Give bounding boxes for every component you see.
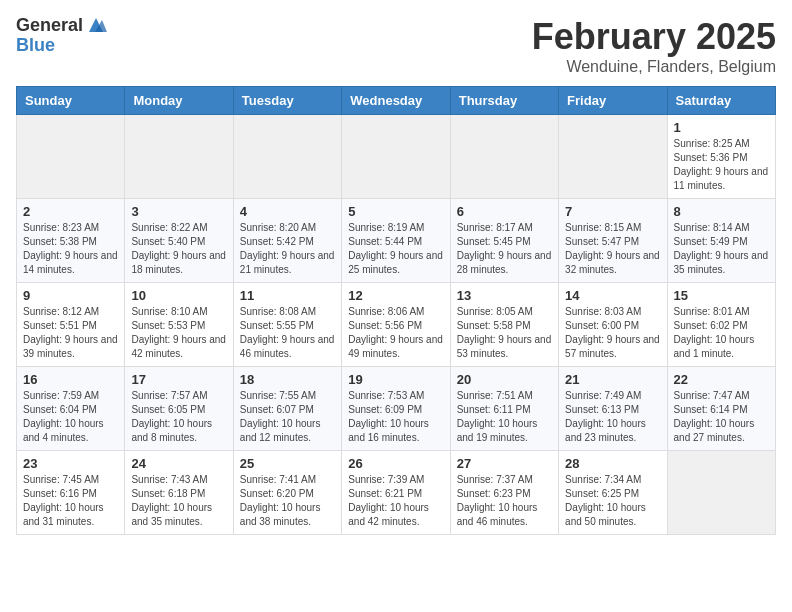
- day-number: 28: [565, 456, 660, 471]
- location-title: Wenduine, Flanders, Belgium: [532, 58, 776, 76]
- calendar-cell: 12Sunrise: 8:06 AM Sunset: 5:56 PM Dayli…: [342, 283, 450, 367]
- day-number: 10: [131, 288, 226, 303]
- calendar-week-1: 1Sunrise: 8:25 AM Sunset: 5:36 PM Daylig…: [17, 115, 776, 199]
- day-info: Sunrise: 8:03 AM Sunset: 6:00 PM Dayligh…: [565, 305, 660, 361]
- day-number: 3: [131, 204, 226, 219]
- calendar-cell: 28Sunrise: 7:34 AM Sunset: 6:25 PM Dayli…: [559, 451, 667, 535]
- day-number: 7: [565, 204, 660, 219]
- calendar-header-friday: Friday: [559, 87, 667, 115]
- calendar-cell: 25Sunrise: 7:41 AM Sunset: 6:20 PM Dayli…: [233, 451, 341, 535]
- logo: General Blue: [16, 16, 107, 56]
- calendar-header-sunday: Sunday: [17, 87, 125, 115]
- calendar-cell: [667, 451, 775, 535]
- calendar-cell: 24Sunrise: 7:43 AM Sunset: 6:18 PM Dayli…: [125, 451, 233, 535]
- calendar-cell: [233, 115, 341, 199]
- day-info: Sunrise: 8:17 AM Sunset: 5:45 PM Dayligh…: [457, 221, 552, 277]
- day-info: Sunrise: 8:22 AM Sunset: 5:40 PM Dayligh…: [131, 221, 226, 277]
- day-number: 2: [23, 204, 118, 219]
- calendar-header-saturday: Saturday: [667, 87, 775, 115]
- day-number: 4: [240, 204, 335, 219]
- logo-blue-text: Blue: [16, 36, 107, 56]
- day-number: 19: [348, 372, 443, 387]
- day-number: 27: [457, 456, 552, 471]
- day-info: Sunrise: 8:06 AM Sunset: 5:56 PM Dayligh…: [348, 305, 443, 361]
- calendar-cell: 18Sunrise: 7:55 AM Sunset: 6:07 PM Dayli…: [233, 367, 341, 451]
- day-number: 6: [457, 204, 552, 219]
- day-info: Sunrise: 7:51 AM Sunset: 6:11 PM Dayligh…: [457, 389, 552, 445]
- calendar-cell: 16Sunrise: 7:59 AM Sunset: 6:04 PM Dayli…: [17, 367, 125, 451]
- calendar-cell: [125, 115, 233, 199]
- calendar-cell: 1Sunrise: 8:25 AM Sunset: 5:36 PM Daylig…: [667, 115, 775, 199]
- day-info: Sunrise: 8:08 AM Sunset: 5:55 PM Dayligh…: [240, 305, 335, 361]
- day-info: Sunrise: 7:45 AM Sunset: 6:16 PM Dayligh…: [23, 473, 118, 529]
- logo-icon: [85, 14, 107, 36]
- day-info: Sunrise: 7:41 AM Sunset: 6:20 PM Dayligh…: [240, 473, 335, 529]
- calendar-week-5: 23Sunrise: 7:45 AM Sunset: 6:16 PM Dayli…: [17, 451, 776, 535]
- day-number: 24: [131, 456, 226, 471]
- day-number: 23: [23, 456, 118, 471]
- calendar-header-wednesday: Wednesday: [342, 87, 450, 115]
- calendar-cell: 20Sunrise: 7:51 AM Sunset: 6:11 PM Dayli…: [450, 367, 558, 451]
- calendar-header-tuesday: Tuesday: [233, 87, 341, 115]
- calendar-cell: 7Sunrise: 8:15 AM Sunset: 5:47 PM Daylig…: [559, 199, 667, 283]
- day-info: Sunrise: 8:19 AM Sunset: 5:44 PM Dayligh…: [348, 221, 443, 277]
- day-number: 9: [23, 288, 118, 303]
- day-number: 21: [565, 372, 660, 387]
- calendar-cell: 4Sunrise: 8:20 AM Sunset: 5:42 PM Daylig…: [233, 199, 341, 283]
- calendar-cell: [450, 115, 558, 199]
- day-number: 26: [348, 456, 443, 471]
- calendar-cell: 21Sunrise: 7:49 AM Sunset: 6:13 PM Dayli…: [559, 367, 667, 451]
- calendar-cell: 23Sunrise: 7:45 AM Sunset: 6:16 PM Dayli…: [17, 451, 125, 535]
- calendar-cell: 10Sunrise: 8:10 AM Sunset: 5:53 PM Dayli…: [125, 283, 233, 367]
- day-number: 12: [348, 288, 443, 303]
- day-number: 11: [240, 288, 335, 303]
- calendar-cell: 9Sunrise: 8:12 AM Sunset: 5:51 PM Daylig…: [17, 283, 125, 367]
- day-info: Sunrise: 7:53 AM Sunset: 6:09 PM Dayligh…: [348, 389, 443, 445]
- day-number: 20: [457, 372, 552, 387]
- day-number: 25: [240, 456, 335, 471]
- day-info: Sunrise: 8:15 AM Sunset: 5:47 PM Dayligh…: [565, 221, 660, 277]
- calendar-week-2: 2Sunrise: 8:23 AM Sunset: 5:38 PM Daylig…: [17, 199, 776, 283]
- day-info: Sunrise: 8:14 AM Sunset: 5:49 PM Dayligh…: [674, 221, 769, 277]
- calendar-cell: 26Sunrise: 7:39 AM Sunset: 6:21 PM Dayli…: [342, 451, 450, 535]
- calendar-cell: 11Sunrise: 8:08 AM Sunset: 5:55 PM Dayli…: [233, 283, 341, 367]
- calendar-header-row: SundayMondayTuesdayWednesdayThursdayFrid…: [17, 87, 776, 115]
- calendar-cell: 6Sunrise: 8:17 AM Sunset: 5:45 PM Daylig…: [450, 199, 558, 283]
- calendar-cell: 19Sunrise: 7:53 AM Sunset: 6:09 PM Dayli…: [342, 367, 450, 451]
- month-title: February 2025: [532, 16, 776, 58]
- day-number: 5: [348, 204, 443, 219]
- day-info: Sunrise: 8:12 AM Sunset: 5:51 PM Dayligh…: [23, 305, 118, 361]
- day-info: Sunrise: 7:34 AM Sunset: 6:25 PM Dayligh…: [565, 473, 660, 529]
- day-info: Sunrise: 7:55 AM Sunset: 6:07 PM Dayligh…: [240, 389, 335, 445]
- calendar-cell: 15Sunrise: 8:01 AM Sunset: 6:02 PM Dayli…: [667, 283, 775, 367]
- header: General Blue February 2025 Wenduine, Fla…: [16, 16, 776, 76]
- day-info: Sunrise: 8:10 AM Sunset: 5:53 PM Dayligh…: [131, 305, 226, 361]
- calendar-cell: [559, 115, 667, 199]
- title-area: February 2025 Wenduine, Flanders, Belgiu…: [532, 16, 776, 76]
- calendar-cell: 5Sunrise: 8:19 AM Sunset: 5:44 PM Daylig…: [342, 199, 450, 283]
- day-number: 13: [457, 288, 552, 303]
- calendar-cell: 17Sunrise: 7:57 AM Sunset: 6:05 PM Dayli…: [125, 367, 233, 451]
- day-info: Sunrise: 7:37 AM Sunset: 6:23 PM Dayligh…: [457, 473, 552, 529]
- day-info: Sunrise: 7:59 AM Sunset: 6:04 PM Dayligh…: [23, 389, 118, 445]
- day-number: 22: [674, 372, 769, 387]
- day-number: 16: [23, 372, 118, 387]
- calendar-header-thursday: Thursday: [450, 87, 558, 115]
- day-info: Sunrise: 8:01 AM Sunset: 6:02 PM Dayligh…: [674, 305, 769, 361]
- day-info: Sunrise: 7:39 AM Sunset: 6:21 PM Dayligh…: [348, 473, 443, 529]
- day-info: Sunrise: 7:57 AM Sunset: 6:05 PM Dayligh…: [131, 389, 226, 445]
- day-number: 8: [674, 204, 769, 219]
- day-info: Sunrise: 7:43 AM Sunset: 6:18 PM Dayligh…: [131, 473, 226, 529]
- calendar-week-3: 9Sunrise: 8:12 AM Sunset: 5:51 PM Daylig…: [17, 283, 776, 367]
- day-number: 1: [674, 120, 769, 135]
- day-number: 18: [240, 372, 335, 387]
- calendar-cell: 3Sunrise: 8:22 AM Sunset: 5:40 PM Daylig…: [125, 199, 233, 283]
- day-info: Sunrise: 7:47 AM Sunset: 6:14 PM Dayligh…: [674, 389, 769, 445]
- calendar-cell: 27Sunrise: 7:37 AM Sunset: 6:23 PM Dayli…: [450, 451, 558, 535]
- calendar-week-4: 16Sunrise: 7:59 AM Sunset: 6:04 PM Dayli…: [17, 367, 776, 451]
- calendar: SundayMondayTuesdayWednesdayThursdayFrid…: [16, 86, 776, 535]
- day-info: Sunrise: 8:23 AM Sunset: 5:38 PM Dayligh…: [23, 221, 118, 277]
- day-info: Sunrise: 8:05 AM Sunset: 5:58 PM Dayligh…: [457, 305, 552, 361]
- calendar-header-monday: Monday: [125, 87, 233, 115]
- calendar-cell: 2Sunrise: 8:23 AM Sunset: 5:38 PM Daylig…: [17, 199, 125, 283]
